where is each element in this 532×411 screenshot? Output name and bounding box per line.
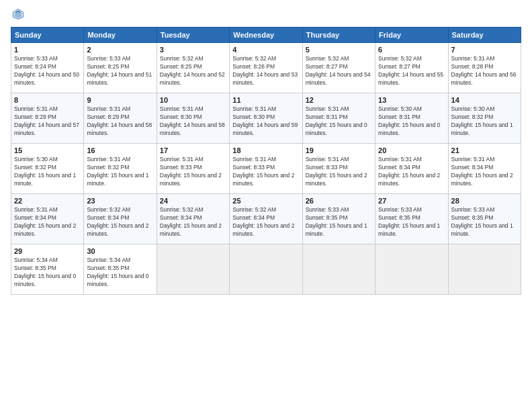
day-number: 14 [451, 96, 518, 104]
day-number: 4 [232, 46, 299, 54]
weekday-saturday: Saturday [448, 28, 521, 43]
day-number: 27 [378, 197, 445, 205]
day-detail: Sunrise: 5:31 AM Sunset: 8:28 PM Dayligh… [451, 55, 518, 87]
weekday-wednesday: Wednesday [230, 28, 302, 43]
day-cell: 1 Sunrise: 5:33 AM Sunset: 8:24 PM Dayli… [11, 43, 84, 93]
day-cell [448, 244, 521, 295]
day-detail: Sunrise: 5:31 AM Sunset: 8:34 PM Dayligh… [451, 156, 518, 188]
calendar-table: SundayMondayTuesdayWednesdayThursdayFrid… [11, 27, 521, 295]
day-cell: 28 Sunrise: 5:33 AM Sunset: 8:35 PM Dayl… [448, 194, 521, 244]
day-detail: Sunrise: 5:31 AM Sunset: 8:29 PM Dayligh… [87, 105, 153, 138]
day-number: 1 [14, 46, 81, 54]
day-number: 2 [87, 46, 153, 54]
day-cell: 10 Sunrise: 5:31 AM Sunset: 8:30 PM Dayl… [157, 93, 229, 144]
day-cell [230, 244, 302, 295]
day-number: 20 [378, 146, 445, 154]
day-detail: Sunrise: 5:31 AM Sunset: 8:33 PM Dayligh… [160, 156, 226, 188]
day-detail: Sunrise: 5:32 AM Sunset: 8:25 PM Dayligh… [160, 55, 226, 87]
day-cell [302, 244, 375, 295]
day-cell: 15 Sunrise: 5:30 AM Sunset: 8:32 PM Dayl… [11, 144, 84, 194]
day-cell: 26 Sunrise: 5:33 AM Sunset: 8:35 PM Dayl… [302, 194, 375, 244]
day-detail: Sunrise: 5:31 AM Sunset: 8:31 PM Dayligh… [306, 105, 372, 138]
day-number: 17 [160, 146, 226, 154]
day-detail: Sunrise: 5:31 AM Sunset: 8:34 PM Dayligh… [378, 156, 445, 188]
day-detail: Sunrise: 5:31 AM Sunset: 8:33 PM Dayligh… [232, 156, 299, 188]
weekday-thursday: Thursday [302, 28, 375, 43]
day-number: 8 [14, 96, 81, 104]
day-cell [157, 244, 229, 295]
day-cell: 11 Sunrise: 5:31 AM Sunset: 8:30 PM Dayl… [230, 93, 302, 144]
week-row-5: 29 Sunrise: 5:34 AM Sunset: 8:35 PM Dayl… [11, 244, 521, 295]
day-detail: Sunrise: 5:33 AM Sunset: 8:35 PM Dayligh… [378, 206, 445, 238]
day-number: 23 [87, 197, 153, 205]
day-cell: 3 Sunrise: 5:32 AM Sunset: 8:25 PM Dayli… [157, 43, 229, 93]
day-cell: 2 Sunrise: 5:33 AM Sunset: 8:25 PM Dayli… [84, 43, 157, 93]
day-detail: Sunrise: 5:32 AM Sunset: 8:34 PM Dayligh… [87, 206, 153, 238]
day-cell: 19 Sunrise: 5:31 AM Sunset: 8:33 PM Dayl… [302, 144, 375, 194]
day-number: 10 [160, 96, 226, 104]
day-detail: Sunrise: 5:32 AM Sunset: 8:34 PM Dayligh… [232, 206, 299, 238]
day-cell: 29 Sunrise: 5:34 AM Sunset: 8:35 PM Dayl… [11, 244, 84, 295]
day-cell: 22 Sunrise: 5:31 AM Sunset: 8:34 PM Dayl… [11, 194, 84, 244]
day-cell: 25 Sunrise: 5:32 AM Sunset: 8:34 PM Dayl… [230, 194, 302, 244]
day-cell: 24 Sunrise: 5:32 AM Sunset: 8:34 PM Dayl… [157, 194, 229, 244]
day-number: 9 [87, 96, 153, 104]
day-cell: 20 Sunrise: 5:31 AM Sunset: 8:34 PM Dayl… [375, 144, 448, 194]
day-number: 19 [306, 146, 372, 154]
day-number: 22 [14, 197, 81, 205]
page: SundayMondayTuesdayWednesdayThursdayFrid… [0, 0, 532, 411]
day-number: 16 [87, 146, 153, 154]
day-detail: Sunrise: 5:32 AM Sunset: 8:27 PM Dayligh… [306, 55, 372, 87]
logo-icon [11, 7, 26, 21]
day-number: 3 [160, 46, 226, 54]
week-row-4: 22 Sunrise: 5:31 AM Sunset: 8:34 PM Dayl… [11, 194, 521, 244]
day-number: 30 [87, 247, 153, 255]
day-detail: Sunrise: 5:31 AM Sunset: 8:33 PM Dayligh… [306, 156, 372, 188]
day-cell: 7 Sunrise: 5:31 AM Sunset: 8:28 PM Dayli… [448, 43, 521, 93]
day-number: 15 [14, 146, 81, 154]
day-cell: 9 Sunrise: 5:31 AM Sunset: 8:29 PM Dayli… [84, 93, 157, 144]
day-detail: Sunrise: 5:31 AM Sunset: 8:30 PM Dayligh… [232, 105, 299, 138]
day-detail: Sunrise: 5:33 AM Sunset: 8:35 PM Dayligh… [306, 206, 372, 238]
day-cell: 23 Sunrise: 5:32 AM Sunset: 8:34 PM Dayl… [84, 194, 157, 244]
day-detail: Sunrise: 5:30 AM Sunset: 8:32 PM Dayligh… [14, 156, 81, 188]
day-cell: 4 Sunrise: 5:32 AM Sunset: 8:26 PM Dayli… [230, 43, 302, 93]
weekday-tuesday: Tuesday [157, 28, 229, 43]
day-detail: Sunrise: 5:33 AM Sunset: 8:24 PM Dayligh… [14, 55, 81, 87]
day-detail: Sunrise: 5:34 AM Sunset: 8:35 PM Dayligh… [87, 257, 153, 289]
day-number: 12 [306, 96, 372, 104]
week-row-3: 15 Sunrise: 5:30 AM Sunset: 8:32 PM Dayl… [11, 144, 521, 194]
weekday-sunday: Sunday [11, 28, 84, 43]
header [11, 7, 521, 21]
week-row-2: 8 Sunrise: 5:31 AM Sunset: 8:29 PM Dayli… [11, 93, 521, 144]
day-detail: Sunrise: 5:31 AM Sunset: 8:30 PM Dayligh… [160, 105, 226, 138]
weekday-header-row: SundayMondayTuesdayWednesdayThursdayFrid… [11, 28, 521, 43]
day-number: 25 [232, 197, 299, 205]
day-cell: 13 Sunrise: 5:30 AM Sunset: 8:31 PM Dayl… [375, 93, 448, 144]
day-number: 26 [306, 197, 372, 205]
day-detail: Sunrise: 5:34 AM Sunset: 8:35 PM Dayligh… [14, 257, 81, 289]
day-number: 7 [451, 46, 518, 54]
weekday-friday: Friday [375, 28, 448, 43]
day-cell: 8 Sunrise: 5:31 AM Sunset: 8:29 PM Dayli… [11, 93, 84, 144]
day-number: 28 [451, 197, 518, 205]
day-cell: 30 Sunrise: 5:34 AM Sunset: 8:35 PM Dayl… [84, 244, 157, 295]
day-number: 24 [160, 197, 226, 205]
day-cell: 17 Sunrise: 5:31 AM Sunset: 8:33 PM Dayl… [157, 144, 229, 194]
day-number: 18 [232, 146, 299, 154]
day-detail: Sunrise: 5:31 AM Sunset: 8:29 PM Dayligh… [14, 105, 81, 138]
day-detail: Sunrise: 5:33 AM Sunset: 8:25 PM Dayligh… [87, 55, 153, 87]
day-number: 6 [378, 46, 445, 54]
day-detail: Sunrise: 5:33 AM Sunset: 8:35 PM Dayligh… [451, 206, 518, 238]
day-cell: 5 Sunrise: 5:32 AM Sunset: 8:27 PM Dayli… [302, 43, 375, 93]
day-cell: 6 Sunrise: 5:32 AM Sunset: 8:27 PM Dayli… [375, 43, 448, 93]
day-cell: 14 Sunrise: 5:30 AM Sunset: 8:32 PM Dayl… [448, 93, 521, 144]
day-detail: Sunrise: 5:30 AM Sunset: 8:32 PM Dayligh… [451, 105, 518, 138]
day-number: 11 [232, 96, 299, 104]
day-number: 21 [451, 146, 518, 154]
day-cell: 16 Sunrise: 5:31 AM Sunset: 8:32 PM Dayl… [84, 144, 157, 194]
day-number: 13 [378, 96, 445, 104]
day-detail: Sunrise: 5:31 AM Sunset: 8:34 PM Dayligh… [14, 206, 81, 238]
week-row-1: 1 Sunrise: 5:33 AM Sunset: 8:24 PM Dayli… [11, 43, 521, 93]
day-cell: 21 Sunrise: 5:31 AM Sunset: 8:34 PM Dayl… [448, 144, 521, 194]
